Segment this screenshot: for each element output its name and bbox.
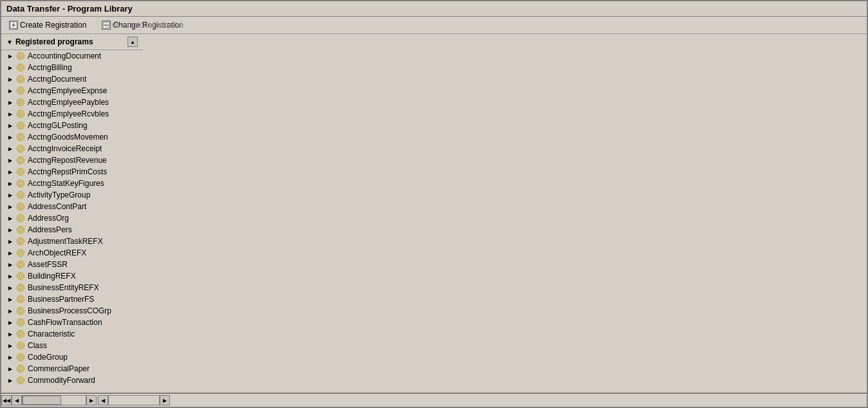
- scroll-left-button-2[interactable]: ◀: [98, 395, 108, 405]
- tree-expand-arrow[interactable]: ▶: [6, 295, 14, 303]
- tree-item[interactable]: ▶ BusinessProcessCOGrp: [1, 305, 143, 317]
- window-title: Data Transfer - Program Library: [6, 4, 133, 14]
- tree-item-label: AddressOrg: [28, 214, 69, 223]
- horizontal-scroll-track[interactable]: [22, 395, 86, 405]
- tree-item[interactable]: ▶ AcctngDocument: [1, 73, 143, 85]
- scroll-right-button-2[interactable]: ▶: [160, 395, 170, 405]
- gear-icon: [15, 51, 26, 61]
- tree-item[interactable]: ▶ AcctngRepstPrimCosts: [1, 166, 143, 178]
- scroll-right-button[interactable]: ▶: [86, 395, 97, 405]
- tree-item-label: AcctngGoodsMovemen: [28, 133, 108, 142]
- tree-item[interactable]: ▶ BuildingREFX: [1, 270, 143, 282]
- tree-item-label: AcctngStatKeyFigures: [28, 179, 104, 188]
- tree-expand-arrow[interactable]: ▶: [6, 214, 14, 222]
- change-registration-button[interactable]: Change Registration: [99, 19, 185, 31]
- scroll-left-far-button[interactable]: ◀◀: [1, 395, 12, 405]
- tree-expand-arrow[interactable]: ▶: [6, 342, 14, 349]
- tree-item-label: CommercialPaper: [28, 364, 90, 373]
- svg-point-5: [19, 55, 23, 58]
- tree-item[interactable]: ▶ AccountingDocument: [1, 50, 143, 62]
- tree-expand-arrow[interactable]: ▶: [6, 330, 14, 338]
- tree-item[interactable]: ▶ CommodityForward: [1, 375, 143, 386]
- horizontal-scroll: ◀◀ ◀ ▶: [1, 395, 97, 405]
- tree-expand-arrow[interactable]: ▶: [6, 319, 14, 326]
- svg-point-280: [19, 344, 23, 348]
- tree-item[interactable]: ▶ Characteristic: [1, 328, 143, 340]
- svg-point-60: [19, 113, 23, 116]
- tree-expand-arrow[interactable]: ▶: [6, 284, 14, 292]
- tree-item[interactable]: ▶ AcctngGLPosting: [1, 120, 143, 131]
- tree-expand-arrow[interactable]: ▶: [6, 237, 14, 245]
- main-window: Data Transfer - Program Library Create R…: [0, 0, 868, 408]
- change-registration-icon: [102, 21, 111, 30]
- tree-expand-arrow[interactable]: ▶: [6, 75, 14, 83]
- tree-expand-arrow[interactable]: ▶: [6, 168, 14, 176]
- tree-item[interactable]: ▶ AcctngRepostRevenue: [1, 154, 143, 166]
- tree-expand-arrow[interactable]: ▶: [6, 110, 14, 118]
- scroll-up-button[interactable]: ▲: [127, 37, 138, 47]
- tree-expand-arrow[interactable]: ▶: [6, 226, 14, 234]
- tree-item[interactable]: ▶ AcctngEmplyeePaybles: [1, 97, 143, 108]
- gear-icon: [15, 201, 26, 212]
- tree-item[interactable]: ▶ AcctngEmplyeeExpnse: [1, 85, 143, 97]
- tree-item[interactable]: ▶ Class: [1, 340, 143, 351]
- tree-item[interactable]: ▶ ActivityTypeGroup: [1, 189, 143, 201]
- tree-item[interactable]: ▶ ArchObjectREFX: [1, 247, 143, 259]
- gear-icon: [15, 109, 26, 119]
- svg-point-258: [19, 321, 23, 324]
- gear-icon: [15, 340, 26, 351]
- scroll-left-button[interactable]: ◀: [12, 395, 22, 405]
- svg-point-203: [19, 263, 23, 266]
- tree-item[interactable]: ▶ BusinessPartnerFS: [1, 293, 143, 305]
- tree-item[interactable]: ▶ AdjustmentTaskREFX: [1, 236, 143, 247]
- tree-expand-arrow[interactable]: ▶: [6, 52, 14, 60]
- tree-expand-arrow[interactable]: ▶: [6, 180, 14, 187]
- tree-expand-arrow[interactable]: ▶: [6, 145, 14, 153]
- tree-item[interactable]: ▶ AcctngGoodsMovemen: [1, 131, 143, 143]
- svg-point-93: [19, 147, 23, 151]
- svg-point-126: [19, 182, 23, 185]
- tree-expand-arrow[interactable]: ▶: [6, 353, 14, 361]
- gear-icon: [15, 236, 26, 246]
- tree-item-label: AcctngEmplyeeExpnse: [28, 86, 107, 95]
- tree-item[interactable]: ▶ BusinessEntityREFX: [1, 282, 143, 293]
- tree-container[interactable]: ▶ AccountingDocument▶: [1, 50, 143, 393]
- tree-item[interactable]: ▶ AddressPers: [1, 224, 143, 236]
- tree-expand-arrow[interactable]: ▶: [6, 376, 14, 384]
- tree-expand-arrow[interactable]: ▶: [6, 64, 14, 71]
- tree-expand-arrow[interactable]: ▶: [6, 122, 14, 129]
- tree-item[interactable]: ▶ CommercialPaper: [1, 363, 143, 375]
- svg-point-236: [19, 298, 23, 301]
- tree-expand-arrow[interactable]: ▶: [6, 98, 14, 106]
- tree-expand-arrow[interactable]: ▶: [6, 249, 14, 257]
- sidebar: ▼ Registered programs ▲ ▶: [1, 34, 143, 393]
- create-registration-button[interactable]: Create Registration: [6, 19, 89, 31]
- tree-expand-arrow[interactable]: ▶: [6, 261, 14, 268]
- tree-expand-arrow[interactable]: ▶: [6, 272, 14, 280]
- tree-item[interactable]: ▶ AcctngStatKeyFigures: [1, 178, 143, 189]
- collapse-icon[interactable]: ▼: [6, 39, 13, 46]
- gear-icon: [15, 294, 26, 304]
- gear-icon: [15, 317, 26, 328]
- tree-item[interactable]: ▶ CashFlowTransaction: [1, 317, 143, 328]
- tree-item[interactable]: ▶ AssetFSSR: [1, 259, 143, 270]
- gear-icon: [15, 120, 26, 131]
- tree-expand-arrow[interactable]: ▶: [6, 87, 14, 95]
- tree-item[interactable]: ▶ AddressContPart: [1, 201, 143, 212]
- horizontal-scroll-track-2[interactable]: [108, 395, 160, 405]
- tree-item[interactable]: ▶ AcctngEmplyeeRcvbles: [1, 108, 143, 120]
- tree-item[interactable]: ▶ AddressOrg: [1, 212, 143, 224]
- tree-item[interactable]: ▶ AcctngInvoiceReceipt: [1, 143, 143, 154]
- tree-expand-arrow[interactable]: ▶: [6, 133, 14, 141]
- gear-icon: [15, 178, 26, 189]
- tree-expand-arrow[interactable]: ▶: [6, 191, 14, 199]
- tree-item[interactable]: ▶ AcctngBilling: [1, 62, 143, 73]
- tree-expand-arrow[interactable]: ▶: [6, 307, 14, 315]
- title-bar: Data Transfer - Program Library: [1, 1, 867, 17]
- tree-expand-arrow[interactable]: ▶: [6, 156, 14, 164]
- tree-expand-arrow[interactable]: ▶: [6, 365, 14, 373]
- sidebar-header-left: ▼ Registered programs: [6, 37, 93, 46]
- gear-icon: [15, 329, 26, 339]
- tree-expand-arrow[interactable]: ▶: [6, 203, 14, 210]
- tree-item[interactable]: ▶ CodeGroup: [1, 351, 143, 363]
